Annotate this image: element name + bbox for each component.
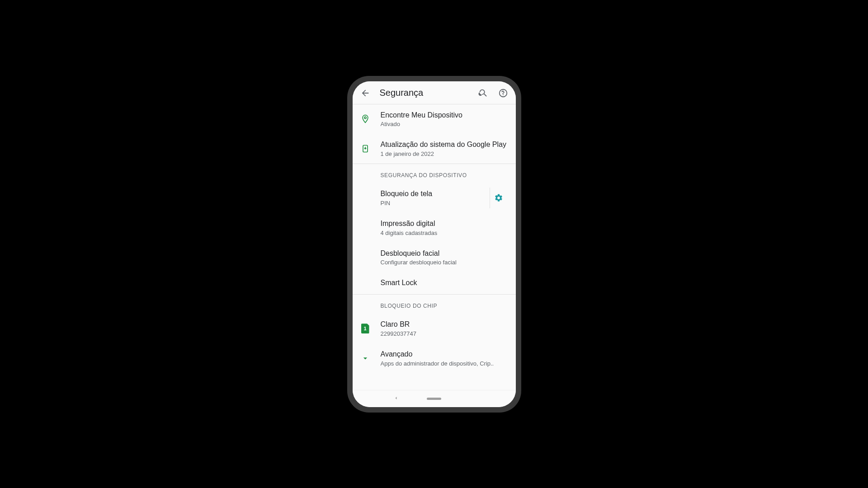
fingerprint-title: Impressão digital — [381, 219, 508, 229]
smart-lock-item[interactable]: Smart Lock — [353, 272, 516, 294]
device-screen: Segurança Encontre Meu Dispositivo Ativa… — [353, 81, 516, 407]
advanced-title: Avançado — [381, 350, 508, 359]
back-button[interactable] — [360, 88, 371, 99]
face-unlock-title: Desbloqueio facial — [381, 249, 508, 258]
play-system-update-title: Atualização do sistema do Google Play — [381, 140, 508, 150]
advanced-item[interactable]: Avançado Apps do administrador de dispos… — [353, 343, 516, 373]
screen-lock-sub: PIN — [381, 200, 480, 206]
location-icon — [360, 114, 371, 123]
chevron-down-icon — [360, 354, 371, 363]
fingerprint-item[interactable]: Impressão digital 4 digitais cadastradas — [353, 213, 516, 243]
system-nav-bar — [353, 390, 516, 407]
nav-back-button[interactable] — [393, 394, 399, 403]
nav-home-pill[interactable] — [427, 398, 441, 400]
arrow-back-icon — [360, 88, 370, 98]
app-bar: Segurança — [353, 81, 516, 104]
sim-badge-number: 1 — [361, 324, 369, 333]
gear-icon — [494, 193, 503, 202]
smart-lock-title: Smart Lock — [381, 278, 508, 288]
face-unlock-sub: Configurar desbloqueio facial — [381, 259, 508, 266]
system-update-icon — [360, 144, 371, 153]
face-unlock-item[interactable]: Desbloqueio facial Configurar desbloquei… — [353, 243, 516, 272]
play-system-update-sub: 1 de janeiro de 2022 — [381, 150, 508, 157]
search-icon — [478, 88, 488, 98]
page-title: Segurança — [380, 88, 469, 98]
svg-point-0 — [364, 117, 366, 119]
fingerprint-sub: 4 digitais cadastradas — [381, 230, 508, 236]
screen-lock-settings-button[interactable] — [490, 188, 508, 208]
sim-sub: 22992037747 — [381, 330, 508, 337]
search-button[interactable] — [478, 88, 489, 99]
find-my-device-title: Encontre Meu Dispositivo — [381, 111, 508, 120]
screen-lock-item[interactable]: Bloqueio de tela PIN — [353, 183, 516, 213]
advanced-sub: Apps do administrador de dispositivo, Cr… — [381, 360, 508, 367]
find-my-device-sub: Ativado — [381, 121, 508, 127]
nav-back-icon — [393, 395, 399, 401]
help-icon — [498, 88, 508, 98]
sim-title: Claro BR — [381, 320, 508, 329]
sim-card-icon: 1 — [360, 324, 371, 333]
help-button[interactable] — [498, 88, 509, 99]
sim-lock-header: BLOQUEIO DO CHIP — [353, 295, 516, 314]
play-system-update-item[interactable]: Atualização do sistema do Google Play 1 … — [353, 134, 516, 164]
device-frame: Segurança Encontre Meu Dispositivo Ativa… — [347, 76, 521, 413]
screen-lock-title: Bloqueio de tela — [381, 189, 480, 199]
settings-list[interactable]: Encontre Meu Dispositivo Ativado Atualiz… — [353, 104, 516, 390]
device-security-header: SEGURANÇA DO DISPOSITIVO — [353, 164, 516, 183]
sim-item[interactable]: 1 Claro BR 22992037747 — [353, 314, 516, 343]
find-my-device-item[interactable]: Encontre Meu Dispositivo Ativado — [353, 104, 516, 134]
